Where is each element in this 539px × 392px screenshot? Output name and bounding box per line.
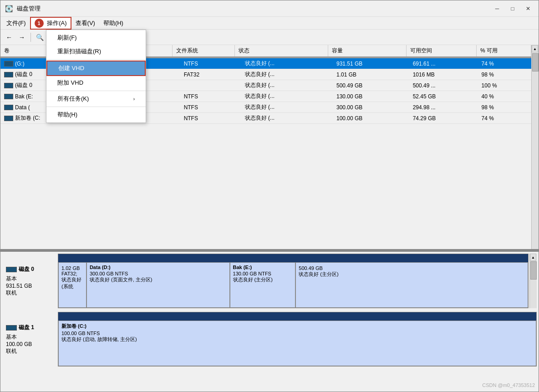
menu-item-attach-vhd[interactable]: 附加 VHD xyxy=(46,76,146,90)
col-fs: 文件系统 xyxy=(172,45,234,57)
back-button[interactable]: ← xyxy=(3,31,15,43)
disk1-header xyxy=(58,312,536,321)
toolbar-separator xyxy=(31,33,31,42)
partition-fat[interactable]: 1.02 GB FAT32; 状态良好 (系统 xyxy=(58,262,86,308)
disk1-type: 基本 xyxy=(6,333,53,341)
window-icon: 💽 xyxy=(4,4,13,13)
close-button[interactable]: ✕ xyxy=(521,3,535,14)
disk1-icon xyxy=(6,325,17,331)
disk-icon xyxy=(4,72,13,77)
menu-item-create-vhd[interactable]: 创建 VHD xyxy=(46,61,146,76)
title-bar: 💽 磁盘管理 ─ □ ✕ xyxy=(0,0,539,17)
partition-500-size: 500.49 GB xyxy=(299,265,525,271)
menu-file[interactable]: 文件(F) xyxy=(2,17,30,29)
partition-data-d[interactable]: Data (D:) 300.00 GB NTFS 状态良好 (页面文件, 主分区… xyxy=(86,262,230,308)
partition-c-status: 状态良好 (启动, 故障转储, 主分区) xyxy=(61,336,533,343)
partition-fat-size: 1.02 GB FAT32; xyxy=(61,265,83,276)
partition-e-status: 状态良好 (主分区) xyxy=(233,276,293,283)
menu-item-help-dropdown[interactable]: 帮助(H) xyxy=(46,108,146,122)
minimize-button[interactable]: ─ xyxy=(490,3,504,14)
scroll-thumb2[interactable] xyxy=(530,261,537,280)
scroll-thumb[interactable] xyxy=(532,53,539,71)
dropdown-container: 刷新(F) 重新扫描磁盘(R) 创建 VHD 附加 VHD 所有任务(K) › … xyxy=(46,30,146,123)
menu-item-all-tasks[interactable]: 所有任务(K) › xyxy=(46,92,146,106)
disk-icon xyxy=(4,61,13,66)
watermark: CSDN @m0_47353512 xyxy=(482,382,535,388)
scroll-up[interactable]: ▲ xyxy=(532,45,538,52)
disk1-name: 磁盘 1 xyxy=(19,324,34,331)
disk1-label: 磁盘 1 基本 100.00 GB 联机 xyxy=(2,312,57,367)
partition-d-name: Data (D:) xyxy=(90,265,227,270)
partition-d-size: 300.00 GB NTFS xyxy=(90,271,227,276)
partition-d-status: 状态良好 (页面文件, 主分区) xyxy=(90,276,227,283)
menu-item-rescan[interactable]: 重新扫描磁盘(R) xyxy=(46,45,146,58)
disk1-bars: 新加卷 (C:) 100.00 GB NTFS 状态良好 (启动, 故障转储, … xyxy=(58,312,537,367)
partition-bak-e[interactable]: Bak (E:) 130.00 GB NTFS 状态良好 (主分区) xyxy=(230,262,296,308)
disk0-row: 磁盘 0 基本 931.51 GB 联机 1.02 GB FAT32; 状态良好… xyxy=(2,254,537,308)
search-button[interactable]: 🔍 xyxy=(34,31,46,43)
forward-button[interactable]: → xyxy=(16,31,28,43)
disk1-status: 联机 xyxy=(6,347,53,355)
disk1-size: 100.00 GB xyxy=(6,341,53,347)
disk0-label: 磁盘 0 基本 931.51 GB 联机 xyxy=(2,254,57,308)
maximize-button[interactable]: □ xyxy=(506,3,519,14)
partition-500gb[interactable]: 500.49 GB 状态良好 (主分区) xyxy=(295,262,528,308)
window-controls: ─ □ ✕ xyxy=(490,3,535,14)
disk-icon xyxy=(4,94,13,99)
menu-bar: 文件(F) 1 操作(A) 查看(V) 帮助(H) xyxy=(0,17,539,30)
partition-c-size: 100.00 GB NTFS xyxy=(61,331,533,336)
window-title: 磁盘管理 xyxy=(17,5,490,13)
partition-c-name: 新加卷 (C:) xyxy=(61,323,533,330)
col-pct: % 可用 xyxy=(476,45,531,57)
disk1-partitions: 新加卷 (C:) 100.00 GB NTFS 状态良好 (启动, 故障转储, … xyxy=(58,321,536,366)
partition-500-status: 状态良好 (主分区) xyxy=(299,271,525,278)
col-cap: 容量 xyxy=(328,45,406,57)
dropdown-sep-1 xyxy=(46,59,146,60)
partition-fat-status: 状态良好 (系统 xyxy=(61,276,83,290)
dropdown-menu: 刷新(F) 重新扫描磁盘(R) 创建 VHD 附加 VHD 所有任务(K) › … xyxy=(46,30,146,123)
menu-help[interactable]: 帮助(H) xyxy=(99,17,127,29)
partition-vol-c[interactable]: 新加卷 (C:) 100.00 GB NTFS 状态良好 (启动, 故障转储, … xyxy=(58,321,536,366)
submenu-arrow: › xyxy=(133,97,135,102)
disk0-name: 磁盘 0 xyxy=(19,265,34,273)
disk0-status: 联机 xyxy=(6,289,53,297)
disk0-header xyxy=(58,254,528,262)
dropdown-sep-3 xyxy=(46,107,146,107)
col-status: 状态 xyxy=(234,45,328,57)
menu-action[interactable]: 1 操作(A) xyxy=(30,17,71,30)
dropdown-sep-2 xyxy=(46,91,146,91)
disk0-size: 931.51 GB xyxy=(6,283,53,289)
partition-e-name: Bak (E:) xyxy=(233,265,293,270)
disk0-type: 基本 xyxy=(6,275,53,283)
bottom-panel: 磁盘 0 基本 931.51 GB 联机 1.02 GB FAT32; 状态良好… xyxy=(0,250,539,392)
table-scrollbar[interactable]: ▲ xyxy=(531,45,539,249)
disk0-bars: 1.02 GB FAT32; 状态良好 (系统 Data (D:) 300.00… xyxy=(58,254,529,308)
partition-e-size: 130.00 GB NTFS xyxy=(233,271,293,276)
disk1-row: 磁盘 1 基本 100.00 GB 联机 新加卷 (C:) 100.00 GB … xyxy=(2,312,537,367)
menu-view[interactable]: 查看(V) xyxy=(71,17,99,29)
disk0-icon xyxy=(6,267,17,272)
scroll-up2[interactable]: ▲ xyxy=(530,254,536,261)
step1-badge: 1 xyxy=(35,19,44,28)
menu-item-refresh[interactable]: 刷新(F) xyxy=(46,31,146,45)
disk-icon xyxy=(4,116,13,121)
disk-icon xyxy=(4,105,13,110)
col-free: 可用空间 xyxy=(406,45,476,57)
disk0-partitions: 1.02 GB FAT32; 状态良好 (系统 Data (D:) 300.00… xyxy=(58,262,528,308)
disk0-scroll[interactable]: ▲ xyxy=(529,254,537,308)
disk-icon xyxy=(4,83,13,88)
